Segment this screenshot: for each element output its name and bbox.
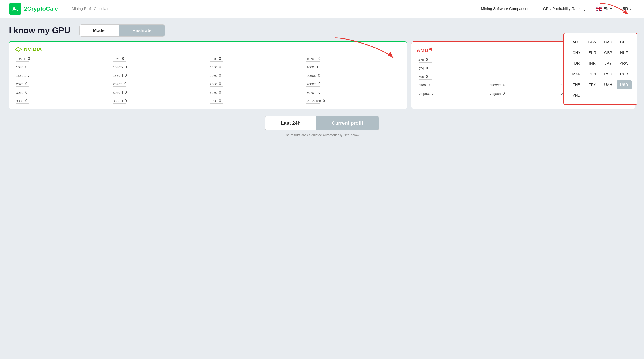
currency-item-pln[interactable]: PLN [585,70,600,79]
gpu-item: 2060S 0 [305,73,402,79]
tab-last-24h[interactable]: Last 24h [265,116,316,130]
currency-item-eur[interactable]: EUR [585,49,600,57]
gpu-underline [16,70,29,70]
gpu-count: 0 [218,74,221,78]
gpu-count: 0 [24,82,27,86]
currency-item-krw[interactable]: KRW [617,59,632,68]
gpu-underline [306,78,320,79]
logo[interactable]: ₿ 2CryptoCalc — Mining Profit Calculator [9,3,111,15]
gpu-count: 0 [318,57,320,61]
gpu-item: 470 0 [417,57,488,64]
logo-icon: ₿ [9,3,21,15]
gpu-count-row: 1660S 0 [16,74,109,78]
gpu-item: 2070S 0 [111,81,208,88]
gpu-count: 0 [315,65,318,69]
gpu-count-row: P104-100 0 [306,99,400,103]
tab-current-profit[interactable]: Current profit [316,116,379,130]
header: ₿ 2CryptoCalc — Mining Profit Calculator… [0,0,644,18]
gpu-name: 470 [418,58,424,62]
currency-label: USD [620,7,628,11]
currency-item-rub[interactable]: RUB [617,70,632,79]
gpu-count: 0 [124,91,126,95]
gpu-name: 1080 [16,65,23,69]
gpu-underline [210,87,223,87]
gpu-name: 2060 [210,74,217,78]
currency-item-aud[interactable]: AUD [569,38,584,47]
currency-item-vnd[interactable]: VND [569,91,584,100]
tab-hashrate[interactable]: Hashrate [119,25,165,36]
gpu-count-row: 1660 0 [306,65,400,69]
gpu-item: 6800XT 0 [488,82,559,89]
nav-gpu-ranking[interactable]: GPU Profitability Ranking [536,7,592,11]
currency-item-bgn[interactable]: BGN [585,38,600,47]
currency-item-cny[interactable]: CNY [569,49,584,57]
currency-button[interactable]: USD ▲ [616,7,635,11]
gpu-count: 0 [318,91,320,95]
currency-arrow: ▲ [629,7,632,11]
page-title: I know my GPU [9,26,70,35]
lang-label: EN [604,7,608,11]
gpu-name: 3080Ti [113,99,123,103]
main-content: I know my GPU Model Hashrate NVIDIA 1050… [0,18,644,144]
gpu-item: 1080Ti 0 [111,64,208,71]
language-button[interactable]: EN ▼ [592,7,616,11]
tab-model[interactable]: Model [80,25,119,36]
gpu-count: 0 [124,74,126,78]
gpu-item [488,74,559,81]
gpu-count-row: 1080 0 [16,65,109,69]
gpu-underline [418,88,432,88]
gpu-name: 3060Ti [113,91,123,95]
gpu-count-row: 3070 0 [210,91,303,95]
gpu-count: 0 [27,57,30,61]
gpu-underline [16,95,29,95]
currency-item-mxn[interactable]: MXN [569,70,584,79]
nvidia-gpu-grid: 1050Ti 0 1060 0 1070 0 1070Ti 0 [14,56,402,105]
gpu-count-row: 2070 0 [16,82,109,86]
gpu-underline [210,103,223,104]
currency-item-try[interactable]: TRY [585,81,600,89]
gpu-item: 1080 0 [14,64,111,71]
currency-item-idr[interactable]: IDR [569,59,584,68]
currency-item-gbp[interactable]: GBP [601,49,616,57]
currency-item-chf[interactable]: CHF [617,38,632,47]
currency-item-thb[interactable]: THB [569,81,584,89]
gpu-underline [210,70,223,70]
currency-item-inr[interactable]: INR [585,59,600,68]
gpu-count: 0 [425,66,428,70]
gpu-item: 2080Ti 0 [305,81,402,88]
gpu-name: 1650 [210,65,217,69]
currency-item-usd[interactable]: USD [617,81,632,89]
currency-item-rsd[interactable]: RSD [601,70,616,79]
gpu-count: 0 [218,91,221,95]
gpu-underline [306,61,320,62]
bottom-note: The results are calculated automatically… [284,133,360,137]
gpu-item: 3060Ti 0 [111,90,208,96]
currency-item-jpy[interactable]: JPY [601,59,616,68]
gpu-item: 3070Ti 0 [305,90,402,96]
gpu-name: Vega56 [418,92,430,96]
gpu-count-row: 1070Ti 0 [306,57,400,61]
nav-mining-software[interactable]: Mining Software Comparison [474,7,536,11]
gpu-item: 570 0 [417,65,488,72]
gpu-underline [490,96,503,97]
gpu-underline [210,78,223,79]
nvidia-brand: NVIDIA [14,47,402,52]
gpu-name: 2070 [16,82,23,86]
gpu-count-row: 570 0 [418,66,486,70]
currency-item-uah[interactable]: UAH [601,81,616,89]
gpu-name: 2080 [210,82,217,86]
currency-item-cad[interactable]: CAD [601,38,616,47]
gpu-name: 3090 [210,99,217,103]
svg-point-0 [11,5,19,13]
gpu-underline [418,71,432,71]
gpu-count: 0 [427,83,430,87]
gpu-item: 2080 0 [208,81,305,88]
currency-item-huf[interactable]: HUF [617,49,632,57]
gpu-underline [306,87,320,87]
gpu-count: 0 [124,99,126,103]
gpu-count-row: 1060 0 [113,57,206,61]
gpu-name: 3080 [16,99,23,103]
gpu-underline [113,87,126,87]
gpu-count-row: Vega56 0 [418,92,486,96]
gpu-item: 3090 0 [208,98,305,105]
